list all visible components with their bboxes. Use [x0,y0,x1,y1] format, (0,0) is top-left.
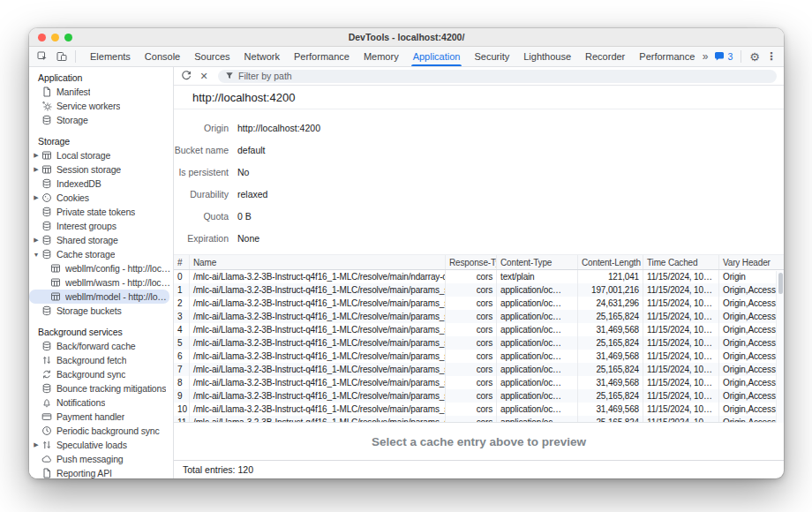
sidebar-item-background-sync[interactable]: Background sync [29,367,173,381]
table-row[interactable]: 0/mlc-ai/Llama-3.2-3B-Instruct-q4f16_1-M… [174,270,784,283]
sidebar-item-payment-handler[interactable]: Payment handler [29,410,173,424]
table-row[interactable]: 6/mlc-ai/Llama-3.2-3B-Instruct-q4f16_1-M… [174,350,784,363]
sidebar-item-storage[interactable]: Storage [29,113,173,127]
table-icon [49,291,61,303]
tab-performance[interactable]: Performance [287,47,357,66]
cell-name: /mlc-ai/Llama-3.2-3B-Instruct-q4f16_1-ML… [190,376,446,389]
cell-name: /mlc-ai/Llama-3.2-3B-Instruct-q4f16_1-ML… [190,389,446,403]
cell-vary-header: Origin,Access… [719,416,776,422]
tab-console[interactable]: Console [138,47,187,66]
table-row[interactable]: 11/mlc-ai/Llama-3.2-3B-Instruct-q4f16_1-… [174,416,784,422]
tab-performance-insights[interactable]: Performance insights [632,47,695,66]
sidebar-section-background-services: Background services [29,325,173,339]
sidebar-item-session-storage[interactable]: ▶Session storage [29,162,173,177]
inspect-element-icon[interactable] [34,49,50,64]
sidebar-item-webllm-wasm-http-loca[interactable]: webllm/wasm - http://loca… [29,275,173,290]
minimize-window-button[interactable] [51,34,59,41]
table-row[interactable]: 2/mlc-ai/Llama-3.2-3B-Instruct-q4f16_1-M… [174,297,784,310]
chevron-right-icon[interactable]: ▶ [32,152,41,159]
chevron-down-icon[interactable]: ▼ [32,252,41,258]
device-toolbar-icon[interactable] [54,49,70,64]
close-window-button[interactable] [38,34,46,41]
sidebar-item-interest-groups[interactable]: Interest groups [29,219,173,233]
sidebar-item-notifications[interactable]: Notifications [29,395,173,410]
sidebar-item-cache-storage[interactable]: ▼Cache storage [29,247,173,261]
database-icon [41,249,52,260]
column-header-name[interactable]: Name [190,255,446,269]
chevron-right-icon[interactable]: ▶ [32,166,41,173]
sidebar-item-webllm-config-http-loc[interactable]: webllm/config - http://loc… [29,261,173,275]
sidebar-item-shared-storage[interactable]: ▶Shared storage [29,233,173,247]
column-header-[interactable]: # [174,255,190,269]
clear-icon[interactable]: ✕ [197,69,211,83]
database-icon [41,305,52,317]
cell-content-length: 24,631,296 [578,297,643,310]
chevron-right-icon[interactable]: ▶ [32,194,41,201]
cell-response-type: cors [446,336,497,350]
sidebar-item-storage-buckets[interactable]: Storage buckets [29,304,173,318]
column-header-vary-header[interactable]: Vary Header [719,255,776,269]
sidebar-item-manifest[interactable]: Manifest [29,85,173,99]
sidebar-item-periodic-background-sync[interactable]: Periodic background sync [29,424,173,438]
report-key: Durability [174,189,229,200]
tab-recorder[interactable]: Recorder [578,47,632,66]
report-key: Bucket name [174,145,229,155]
scrollbar-thumb[interactable] [778,273,783,294]
sidebar-item-indexeddb[interactable]: IndexedDB [29,177,173,191]
report-row-durability: Durabilityrelaxed [174,183,784,205]
table-row[interactable]: 9/mlc-ai/Llama-3.2-3B-Instruct-q4f16_1-M… [174,389,784,403]
sidebar-item-webllm-model-http-loc[interactable]: webllm/model - http://loc… [29,290,169,304]
sidebar-item-background-fetch[interactable]: Background fetch [29,353,173,367]
column-header-content-type[interactable]: Content-Type [497,255,578,269]
cell-time-cached: 11/15/2024, 10… [643,403,719,416]
tab-memory[interactable]: Memory [357,47,406,66]
table-row[interactable]: 1/mlc-ai/Llama-3.2-3B-Instruct-q4f16_1-M… [174,283,784,297]
cell-response-type: cors [446,416,497,422]
chevron-right-icon[interactable]: ▶ [32,441,41,448]
chevron-right-icon[interactable]: ▶ [32,237,41,244]
table-row[interactable]: 10/mlc-ai/Llama-3.2-3B-Instruct-q4f16_1-… [174,403,784,416]
column-header-time-cached[interactable]: Time Cached [643,255,719,269]
kebab-menu-icon[interactable]: ⋮ [766,50,777,63]
sidebar-item-speculative-loads[interactable]: ▶Speculative loads [29,438,173,452]
table-row[interactable]: 8/mlc-ai/Llama-3.2-3B-Instruct-q4f16_1-M… [174,376,784,389]
tab-elements[interactable]: Elements [83,47,138,66]
table-row[interactable]: 5/mlc-ai/Llama-3.2-3B-Instruct-q4f16_1-M… [174,336,784,350]
database-icon [41,341,52,352]
tab-lighthouse[interactable]: Lighthouse [516,47,578,66]
cell-vary-header: Origin,Access… [719,336,776,350]
report-value: http://localhost:4200 [237,123,320,133]
tab-application[interactable]: Application [406,47,468,66]
table-row[interactable]: 7/mlc-ai/Llama-3.2-3B-Instruct-q4f16_1-M… [174,363,784,376]
cell-content-type: application/oc… [497,403,578,416]
table-row[interactable]: 3/mlc-ai/Llama-3.2-3B-Instruct-q4f16_1-M… [174,310,784,323]
issues-button[interactable]: 3 [714,51,733,62]
cell-content-type: application/oc… [497,363,578,376]
tab-security[interactable]: Security [467,47,516,66]
sidebar-item-local-storage[interactable]: ▶Local storage [29,148,173,162]
refresh-icon[interactable] [179,69,193,83]
sidebar-item-private-state-tokens[interactable]: Private state tokens [29,205,173,219]
sidebar-item-label: Background sync [56,369,125,380]
more-tabs-icon[interactable]: » [703,50,708,63]
zoom-window-button[interactable] [64,34,72,41]
column-header-response-type[interactable]: Response-Type [446,255,497,269]
tab-sources[interactable]: Sources [187,47,237,66]
sidebar-item-push-messaging[interactable]: Push messaging [29,452,173,466]
tab-network[interactable]: Network [237,47,287,66]
cell-index: 9 [174,389,190,403]
table-scrollbar[interactable] [776,271,784,423]
sidebar-item-service-workers[interactable]: Service workers [29,99,173,113]
table-row[interactable]: 4/mlc-ai/Llama-3.2-3B-Instruct-q4f16_1-M… [174,323,784,336]
cell-index: 6 [174,350,190,363]
cell-index: 7 [174,363,190,376]
settings-gear-icon[interactable]: ⚙ [749,51,760,63]
sidebar-item-bounce-tracking-mitigations[interactable]: Bounce tracking mitigations [29,381,173,395]
filter-input[interactable]: Filter by path [218,70,777,83]
sidebar-item-reporting-api[interactable]: Reporting API [29,466,173,478]
cell-response-type: cors [446,403,497,416]
database-icon [41,221,52,232]
column-header-content-length[interactable]: Content-Length [578,255,643,269]
sidebar-item-cookies[interactable]: ▶Cookies [29,191,173,205]
sidebar-item-back-forward-cache[interactable]: Back/forward cache [29,339,173,353]
